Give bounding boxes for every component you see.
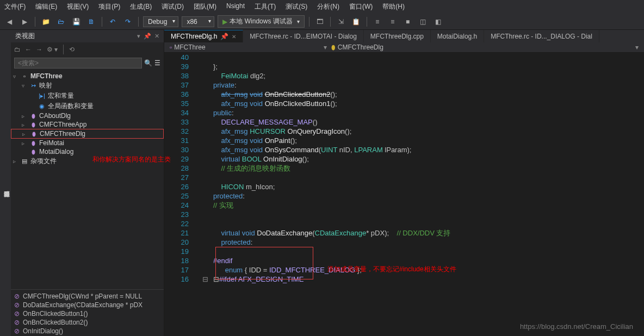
code-line[interactable]: 20 protected:	[164, 238, 644, 247]
tree-node[interactable]: ▿↣映射	[11, 80, 164, 91]
indent-icon[interactable]: ≡	[371, 16, 383, 28]
class-tree: ▿▫MFCThree▿↣映射|▸|宏和常量◉全局函数和变量▹⬮CAboutDlg…	[11, 70, 164, 289]
code-line[interactable]: 27	[164, 173, 644, 182]
new-folder-icon[interactable]: 🗀	[14, 46, 21, 53]
settings-icon[interactable]: ⚙ ▾	[47, 46, 58, 53]
comment-icon[interactable]: ■	[402, 16, 414, 28]
editor-tab[interactable]: MotaiDialog.h	[431, 30, 484, 42]
pin-icon[interactable]: 📌	[144, 33, 151, 40]
code-line[interactable]: 30 afx_msg void OnSysCommand(UINT nID, L…	[164, 145, 644, 154]
menu-item[interactable]: 团队(M)	[194, 2, 216, 11]
menu-item[interactable]: 视图(V)	[67, 2, 89, 11]
outdent-icon[interactable]: ≡	[387, 16, 399, 28]
sidebar: 类视图 ▾ 📌 ✕ 🗀 ← → ⚙ ▾ ⟲ 🔍 ☰ ▿▫MFCThree▿↣映射…	[11, 30, 164, 336]
menu-item[interactable]: 测试(S)	[286, 2, 307, 11]
code-line[interactable]: 26 HICON m_hIcon;	[164, 182, 644, 191]
code-line[interactable]: 33 DECLARE_MESSAGE_MAP()	[164, 117, 644, 127]
editor-tab[interactable]: MFCThreeDlg.h📌✕	[164, 30, 243, 42]
menu-item[interactable]: 编辑(E)	[35, 2, 57, 11]
editor-area: MFCThreeDlg.h📌✕MFCThree.rc - ID...EIMOTA…	[164, 30, 644, 336]
editor-tab[interactable]: MFCThreeDlg.cpp	[364, 30, 431, 42]
member-item[interactable]: ⊘OnBnClickedButton1()	[11, 309, 164, 318]
tree-node[interactable]: ▿▫MFCThree	[11, 72, 164, 80]
menu-item[interactable]: 分析(N)	[317, 2, 339, 11]
menu-item[interactable]: 文件(F)	[4, 2, 26, 11]
code-line[interactable]: 29 virtual BOOL OnInitDialog();	[164, 154, 644, 164]
menu-item[interactable]: 帮助(H)	[382, 2, 405, 11]
code-line[interactable]: 24// 实现	[164, 201, 644, 210]
editor-tab[interactable]: MFCThree.rc - ID..._DIALOG - Dial	[484, 30, 599, 42]
code-line[interactable]: 40	[164, 53, 644, 62]
nav-back-icon[interactable]: ◀	[3, 16, 15, 28]
code-line[interactable]: 23	[164, 210, 644, 219]
back-arrow-icon[interactable]: ←	[25, 46, 32, 53]
code-line[interactable]: 35 afx_msg void OnBnClickedButton1();	[164, 99, 644, 108]
code-line[interactable]: 31 afx_msg void OnPaint();	[164, 136, 644, 145]
code-line[interactable]: 28 // 生成的消息映射函数	[164, 164, 644, 173]
code-line[interactable]: 36 afx_msg void OnBnClickedButton2();	[164, 90, 644, 99]
search-go-icon[interactable]: 🔍	[144, 59, 152, 67]
start-debugger-button[interactable]: ▶本地 Windows 调试器▾	[218, 15, 304, 28]
save-icon[interactable]: 💾	[70, 16, 82, 28]
menu-item[interactable]: 项目(P)	[98, 2, 120, 11]
nav-fwd-icon[interactable]: ▶	[18, 16, 30, 28]
breadcrumb: ▫MFCThree ▾ ⬮CMFCThreeDlg ▾	[164, 42, 644, 53]
menu-item[interactable]: 生成(B)	[130, 2, 152, 11]
code-line[interactable]: 25protected:	[164, 191, 644, 201]
vertical-tab[interactable]: 服务器资源管理器	[0, 30, 11, 336]
close-icon[interactable]: ✕	[154, 33, 159, 40]
member-item[interactable]: ⊘CMFCThreeDlg(CWnd * pParent = NULL	[11, 292, 164, 301]
code-line[interactable]: 39};	[164, 62, 644, 71]
tree-node[interactable]: ▹⬮FeiMotai	[11, 139, 164, 147]
code-line[interactable]: 32 afx_msg HCURSOR OnQueryDragIcon();	[164, 127, 644, 136]
refresh-icon[interactable]: ⟲	[69, 46, 75, 53]
code-line[interactable]: 18#endif	[164, 256, 644, 265]
annotation-1: 和你解决方案同名的是主类	[92, 155, 171, 164]
process-icon[interactable]: 🗔	[314, 16, 326, 28]
crumb-class[interactable]: ⬮CMFCThreeDlg	[331, 43, 383, 51]
platform-combo[interactable]: x86	[182, 16, 214, 27]
menu-item[interactable]: Nsight	[226, 2, 245, 11]
filter-icon[interactable]: ☰	[154, 59, 160, 67]
panel-header: 类视图 ▾ 📌 ✕	[11, 30, 164, 42]
tree-node[interactable]: ◉全局函数和变量	[11, 101, 164, 111]
code-line[interactable]: 19	[164, 247, 644, 256]
member-item[interactable]: ⊘DoDataExchange(CDataExchange * pDX	[11, 301, 164, 309]
search-input[interactable]	[14, 58, 142, 69]
member-item[interactable]: ⊘OnBnClickedButton2()	[11, 318, 164, 327]
uncomment-icon[interactable]: ◫	[417, 16, 429, 28]
watermark: https://blog.csdn.net/Cream_Cicilian	[520, 322, 633, 331]
members-panel: ⊘CMFCThreeDlg(CWnd * pParent = NULL⊘DoDa…	[11, 289, 164, 336]
dropdown-icon[interactable]: ▾	[137, 33, 140, 40]
code-line[interactable]: 34public:	[164, 108, 644, 117]
fwd-arrow-icon[interactable]: →	[36, 46, 42, 53]
crumb-project[interactable]: ▫MFCThree	[170, 43, 206, 51]
config-combo[interactable]: Debug	[143, 16, 178, 27]
tree-node[interactable]: |▸|宏和常量	[11, 91, 164, 101]
toolbar: ◀ ▶ 📁 🗁 💾 🗎 ↶ ↷ Debug x86 ▶本地 Windows 调试…	[0, 14, 644, 30]
new-project-icon[interactable]: 📁	[40, 16, 52, 28]
tree-node[interactable]: ▹⬮CMFCThreeApp	[11, 120, 164, 129]
step-icon[interactable]: ⇲	[335, 16, 347, 28]
menu-bar: 文件(F)编辑(E)视图(V)项目(P)生成(B)调试(D)团队(M)Nsigh…	[0, 0, 644, 14]
tree-node[interactable]: ▹⬮CAboutDlg	[11, 111, 164, 120]
bookmark-icon[interactable]: ◧	[432, 16, 444, 28]
tree-node[interactable]: ▹⬮CMFCThreeDlg	[11, 129, 164, 139]
redo-icon[interactable]: ↷	[122, 16, 134, 28]
code-line[interactable]: 21 virtual void DoDataExchange(CDataExch…	[164, 228, 644, 238]
open-icon[interactable]: 🗁	[55, 16, 67, 28]
menu-item[interactable]: 窗口(W)	[349, 2, 373, 11]
menu-item[interactable]: 工具(T)	[255, 2, 276, 11]
debugger-label: 本地 Windows 调试器	[230, 17, 292, 26]
code-line[interactable]: 16⊟⊟#ifdef AFX_DESIGN_TIME	[164, 275, 644, 284]
code-editor[interactable]: 4039};38 FeiMotai dlg2;37private:36 afx_…	[164, 53, 644, 336]
member-item[interactable]: ⊘OnInitDialog()	[11, 327, 164, 335]
step2-icon[interactable]: 📋	[350, 16, 362, 28]
save-all-icon[interactable]: 🗎	[85, 16, 97, 28]
editor-tab[interactable]: MFCThree.rc - ID...EIMOTAI - Dialog	[243, 30, 363, 42]
code-line[interactable]: 22	[164, 219, 644, 228]
code-line[interactable]: 37private:	[164, 80, 644, 90]
undo-icon[interactable]: ↶	[107, 16, 119, 28]
code-line[interactable]: 38 FeiMotai dlg2;	[164, 71, 644, 80]
menu-item[interactable]: 调试(D)	[162, 2, 184, 11]
